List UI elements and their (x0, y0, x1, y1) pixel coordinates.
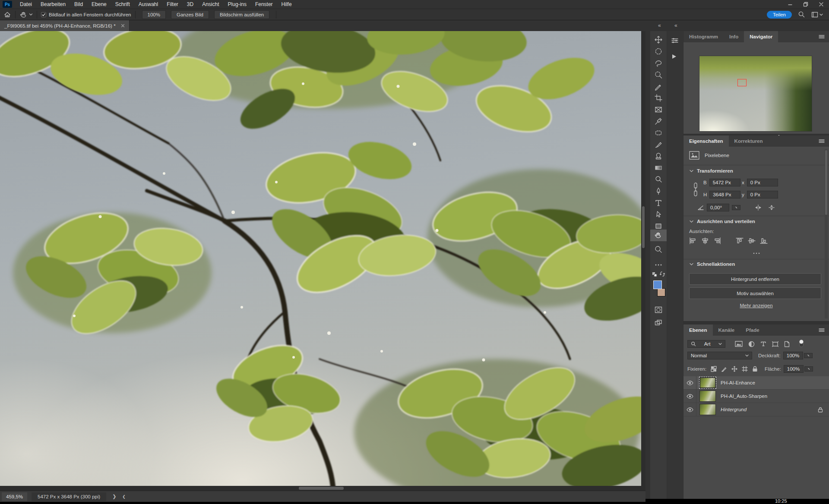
flip-vertical-icon[interactable] (768, 204, 775, 211)
align-bottom-icon[interactable] (760, 237, 768, 244)
fill-value[interactable]: 100% (784, 365, 804, 373)
hand-tool-preset[interactable] (19, 11, 33, 19)
path-selection-tool[interactable] (650, 208, 667, 220)
visibility-toggle[interactable] (683, 403, 696, 416)
filter-smart-objects-icon[interactable] (784, 341, 790, 347)
layer-thumbnail[interactable] (700, 378, 715, 388)
share-button[interactable]: Teilen (767, 11, 792, 19)
canvas-vertical-scrollbar[interactable] (641, 31, 645, 491)
scrollbar-thumb[interactable] (642, 206, 645, 248)
menu-bild[interactable]: Bild (70, 0, 87, 9)
rotation-dropdown[interactable] (732, 205, 740, 210)
align-more-ellipsis[interactable] (753, 252, 760, 255)
opacity-value[interactable]: 100% (783, 352, 803, 359)
rotation-field[interactable]: 0,00° (707, 204, 729, 211)
restore-button[interactable] (798, 0, 813, 9)
tab-pfade[interactable]: Pfade (740, 324, 765, 336)
remove-background-button[interactable]: Hintergrund entfernen (689, 273, 821, 285)
canvas-area[interactable] (0, 31, 645, 491)
visibility-toggle[interactable] (683, 390, 696, 403)
section-chevron-icon[interactable] (690, 170, 693, 173)
transform-section-title[interactable]: Transformieren (697, 168, 733, 173)
layer-thumbnail[interactable] (700, 404, 715, 415)
marquee-tool[interactable] (650, 45, 667, 57)
menu-ebene[interactable]: Ebene (87, 0, 111, 9)
status-back-arrow-icon[interactable]: ❮ (122, 495, 126, 499)
filter-pixel-layers-icon[interactable] (735, 341, 743, 347)
scrollbar-thumb[interactable] (825, 150, 827, 215)
flip-horizontal-icon[interactable] (754, 205, 762, 211)
tab-close-button[interactable] (121, 24, 125, 28)
fill-screen-button[interactable]: Bildschirm ausfüllen (214, 10, 269, 19)
layer-name[interactable]: PH-AI-Enhance (721, 380, 755, 385)
minimize-button[interactable] (782, 0, 798, 9)
quick-mask-button[interactable] (650, 304, 667, 315)
tab-eigenschaften[interactable]: Eigenschaften (683, 135, 729, 147)
menu-bearbeiten[interactable]: Bearbeiten (36, 0, 70, 9)
layer-thumbnail[interactable] (700, 391, 715, 401)
select-subject-button[interactable]: Motiv auswählen (689, 287, 821, 299)
scrollbar-thumb[interactable] (299, 487, 344, 490)
navigator-view-rectangle[interactable] (737, 79, 747, 86)
collapse-toolbar-icon[interactable]: « (658, 22, 660, 28)
menu-fenster[interactable]: Fenster (251, 0, 277, 9)
menu-ansicht[interactable]: Ansicht (198, 0, 223, 9)
document-tab[interactable]: _F9I9065.tif bei 459% (PH-AI-Enhance, RG… (0, 20, 130, 31)
screen-mode-button[interactable] (650, 317, 667, 328)
tab-kanaele[interactable]: Kanäle (713, 324, 740, 336)
section-chevron-icon[interactable] (690, 263, 693, 266)
layer-row-hintergrund[interactable]: Hintergrund (683, 403, 829, 416)
gradient-tool[interactable] (650, 162, 667, 173)
blend-mode-select[interactable]: Normal (687, 352, 752, 359)
healing-brush-tool[interactable] (650, 80, 667, 92)
default-colors-icon[interactable] (652, 272, 658, 278)
menu-schrift[interactable]: Schrift (111, 0, 134, 9)
menu-filter[interactable]: Filter (162, 0, 183, 9)
layer-row-ph-ai-auto-sharpen[interactable]: PH-AI_Auto-Sharpen (683, 390, 829, 403)
tab-navigator[interactable]: Navigator (744, 31, 778, 42)
layer-filter-toggle[interactable] (798, 339, 804, 349)
filter-adjustment-layers-icon[interactable] (748, 341, 755, 347)
menu-3d[interactable]: 3D (183, 0, 198, 9)
zoom-100-button[interactable]: 100% (142, 10, 166, 19)
visibility-toggle[interactable] (683, 376, 696, 389)
opacity-dropdown[interactable] (804, 353, 813, 358)
panel-flyout-play-icon[interactable] (671, 54, 677, 61)
move-tool[interactable] (650, 34, 667, 45)
layer-row-ph-ai-enhance[interactable]: PH-AI-Enhance (683, 376, 829, 390)
foreground-color-swatch[interactable] (653, 280, 662, 289)
hand-tool[interactable] (650, 230, 667, 241)
clone-stamp-tool[interactable] (650, 150, 667, 162)
close-button[interactable] (813, 0, 829, 9)
eyedropper-tool[interactable] (650, 115, 667, 127)
section-chevron-icon[interactable] (690, 220, 693, 223)
lock-transparency-icon[interactable] (711, 366, 717, 372)
workspace-switcher[interactable] (811, 12, 823, 18)
type-tool[interactable] (650, 197, 667, 208)
lasso-tool[interactable] (650, 57, 667, 69)
home-button[interactable] (3, 11, 11, 19)
status-zoom-field[interactable]: 459,5% (2, 492, 27, 501)
crop-tool[interactable] (650, 92, 667, 104)
align-center-v-icon[interactable] (748, 237, 756, 244)
link-dimensions-icon[interactable] (693, 182, 698, 199)
pen-tool[interactable] (650, 185, 667, 197)
properties-scrollbar[interactable] (825, 149, 828, 318)
align-top-icon[interactable] (736, 237, 744, 244)
align-right-icon[interactable] (713, 237, 721, 244)
status-flyout-arrow-icon[interactable]: ❯ (112, 494, 116, 499)
panel-menu-button[interactable] (819, 135, 829, 147)
tab-info[interactable]: Info (724, 31, 744, 42)
lock-pixels-icon[interactable] (721, 366, 727, 372)
y-field[interactable]: 0 Px (747, 191, 778, 198)
filter-type-layers-icon[interactable] (760, 341, 766, 347)
lock-artboard-icon[interactable] (742, 366, 748, 372)
fill-dropdown[interactable] (804, 366, 813, 372)
background-color-swatch[interactable] (657, 288, 665, 296)
layer-name[interactable]: Hintergrund (721, 407, 747, 412)
frame-tool[interactable] (650, 104, 667, 115)
width-field[interactable]: 5472 Px (709, 179, 740, 186)
canvas-horizontal-scrollbar[interactable] (0, 486, 641, 491)
zoom-tool[interactable] (650, 243, 667, 255)
tab-korrekturen[interactable]: Korrekturen (729, 135, 769, 147)
